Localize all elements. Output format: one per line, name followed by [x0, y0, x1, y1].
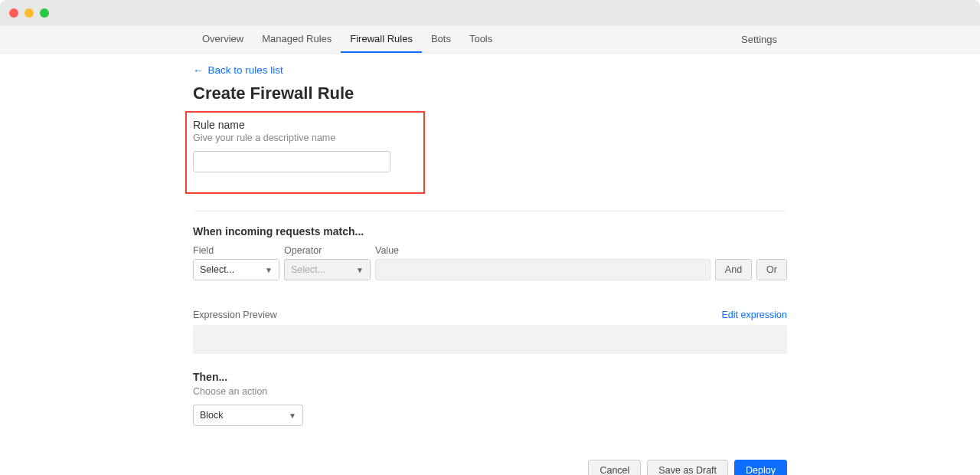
chevron-down-icon: ▼	[289, 411, 296, 420]
deploy-button[interactable]: Deploy	[734, 460, 787, 475]
tab-settings[interactable]: Settings	[741, 26, 777, 53]
expression-preview-box	[193, 325, 787, 354]
save-draft-button[interactable]: Save as Draft	[647, 460, 728, 475]
action-select-value: Block	[200, 410, 224, 421]
rule-name-highlight: Rule name Give your rule a descriptive n…	[185, 111, 425, 194]
then-heading: Then...	[193, 371, 787, 383]
expression-preview-label: Expression Preview	[193, 310, 277, 320]
footer-actions: Cancel Save as Draft Deploy	[193, 460, 787, 475]
minimize-window-dot[interactable]	[24, 8, 34, 18]
action-select[interactable]: Block ▼	[193, 405, 303, 426]
and-button[interactable]: And	[715, 259, 752, 280]
operator-select-value: Select...	[291, 264, 325, 275]
tab-bots[interactable]: Bots	[422, 26, 460, 53]
close-window-dot[interactable]	[9, 8, 18, 18]
field-select-value: Select...	[200, 264, 234, 275]
tab-bar: Overview Managed Rules Firewall Rules Bo…	[0, 26, 980, 54]
edit-expression-link[interactable]: Edit expression	[722, 310, 787, 320]
arrow-left-icon: ←	[193, 64, 204, 76]
value-input[interactable]	[375, 259, 710, 280]
rule-name-label: Rule name	[193, 119, 417, 131]
back-to-rules-link[interactable]: ← Back to rules list	[193, 64, 787, 76]
chevron-down-icon: ▼	[356, 266, 364, 274]
operator-label: Operator	[284, 245, 371, 256]
condition-row: Field Select... ▼ Operator Select... ▼ V…	[193, 245, 787, 280]
tab-managed-rules[interactable]: Managed Rules	[253, 26, 341, 53]
field-label: Field	[193, 245, 279, 256]
tab-tools[interactable]: Tools	[460, 26, 501, 53]
chevron-down-icon: ▼	[265, 266, 273, 274]
rule-name-hint: Give your rule a descriptive name	[193, 133, 417, 143]
then-hint: Choose an action	[193, 386, 787, 397]
back-link-label: Back to rules list	[208, 64, 283, 76]
operator-select: Select... ▼	[284, 259, 371, 280]
value-label: Value	[375, 245, 710, 256]
rule-name-input[interactable]	[193, 151, 390, 172]
cancel-button[interactable]: Cancel	[588, 460, 641, 475]
tab-firewall-rules[interactable]: Firewall Rules	[341, 26, 422, 53]
tab-overview[interactable]: Overview	[193, 26, 253, 53]
page-title: Create Firewall Rule	[193, 84, 787, 103]
maximize-window-dot[interactable]	[40, 8, 49, 18]
divider	[193, 211, 787, 211]
field-select[interactable]: Select... ▼	[193, 259, 279, 280]
match-heading: When incoming requests match...	[193, 225, 787, 238]
main-content: ← Back to rules list Create Firewall Rul…	[193, 54, 787, 475]
window-titlebar	[0, 0, 980, 26]
or-button[interactable]: Or	[756, 259, 787, 280]
